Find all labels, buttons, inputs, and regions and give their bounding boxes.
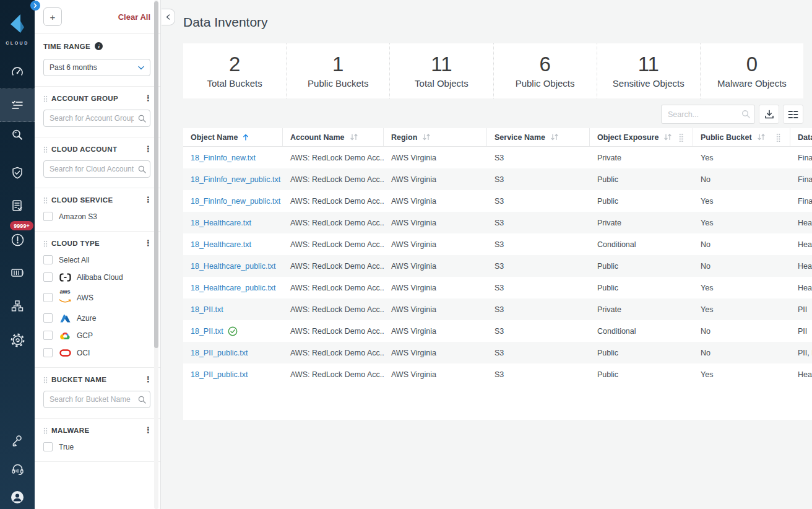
section-menu-button[interactable]: ⋮ xyxy=(144,146,150,152)
public-bucket-cell: No xyxy=(701,240,710,249)
object-name-link[interactable]: 18_PII_public.txt xyxy=(191,349,248,357)
drag-handle-icon[interactable] xyxy=(43,146,48,153)
drag-handle-icon[interactable] xyxy=(43,427,48,434)
filter-panel: + Clear All TIME RANGE i Past 6 months A… xyxy=(35,0,161,509)
object-name-link[interactable]: 18_FinInfo_new.txt xyxy=(191,154,256,162)
sort-ascending-icon[interactable] xyxy=(243,134,249,141)
checkbox[interactable] xyxy=(43,293,53,302)
dashboard-gauge-icon xyxy=(11,66,24,79)
object-name-link[interactable]: 18_Healthcare.txt xyxy=(191,240,251,249)
column-drag-handle-icon[interactable] xyxy=(776,133,781,142)
clear-all-filters-button[interactable]: Clear All xyxy=(118,12,150,22)
column-header-data-profile[interactable]: Data Profile xyxy=(790,128,812,146)
column-header-service-name[interactable]: Service Name xyxy=(487,128,590,146)
column-header-region[interactable]: Region xyxy=(384,128,487,146)
filter-scrollbar-thumb[interactable] xyxy=(154,1,158,348)
sort-icon[interactable] xyxy=(550,134,559,141)
section-menu-button[interactable]: ⋮ xyxy=(144,376,150,383)
object-name-link[interactable]: 18_Healthcare_public.txt xyxy=(191,284,276,292)
sidebar-item-settings[interactable] xyxy=(0,326,35,354)
drag-handle-icon[interactable] xyxy=(43,376,48,383)
data-profile-cell: Financ xyxy=(798,197,812,206)
stat-value: 11 xyxy=(638,53,659,76)
checkbox[interactable] xyxy=(43,212,53,221)
column-header-object-name[interactable]: Object Name xyxy=(183,128,283,146)
cloud-account-search-input[interactable] xyxy=(43,160,150,178)
sidebar-item-access-keys[interactable] xyxy=(0,427,35,455)
chevron-left-icon xyxy=(166,14,170,20)
sidebar-item-profile[interactable] xyxy=(0,484,35,509)
checkbox-option-aws[interactable]: awsAWS xyxy=(43,290,150,305)
container-icon xyxy=(10,266,25,279)
network-topology-icon xyxy=(11,299,24,313)
stat-malware-objects[interactable]: 0Malware Objects xyxy=(700,43,803,98)
section-menu-button[interactable]: ⋮ xyxy=(144,427,150,433)
checkbox-option-select-all[interactable]: Select All xyxy=(43,255,150,264)
checkbox[interactable] xyxy=(43,348,53,357)
object-name-link[interactable]: 18_PII.txt xyxy=(191,305,223,314)
column-header-account-name[interactable]: Account Name xyxy=(283,128,384,146)
object-name-link[interactable]: 18_Healthcare.txt xyxy=(191,219,251,227)
object-name-link[interactable]: 18_PII.txt xyxy=(191,327,223,336)
checkbox[interactable] xyxy=(43,442,53,451)
section-menu-button[interactable]: ⋮ xyxy=(144,240,150,246)
stat-public-objects[interactable]: 6Public Objects xyxy=(493,43,597,98)
checkbox[interactable] xyxy=(43,255,53,264)
section-menu-button[interactable]: ⋮ xyxy=(144,197,150,203)
drag-handle-icon[interactable] xyxy=(43,197,48,204)
download-button[interactable] xyxy=(759,105,779,124)
data-profile-cell: Health xyxy=(798,284,812,292)
checkbox-option-true[interactable]: True xyxy=(43,442,150,451)
sort-icon[interactable] xyxy=(757,134,766,141)
sidebar-expand-toggle[interactable] xyxy=(30,1,40,11)
column-header-object-exposure[interactable]: Object Exposure xyxy=(590,128,693,146)
drag-handle-icon[interactable] xyxy=(43,95,48,102)
sidebar-item-support[interactable] xyxy=(0,456,35,483)
checkbox-option-amazon-s3[interactable]: Amazon S3 xyxy=(43,212,150,221)
checkbox-option-alibaba-cloud[interactable]: Alibaba Cloud xyxy=(43,272,150,282)
prisma-cloud-logo[interactable]: CLOUD xyxy=(0,14,35,45)
checkbox-option-gcp[interactable]: GCP xyxy=(43,331,150,340)
sidebar-item-search[interactable] xyxy=(0,121,35,149)
sort-icon[interactable] xyxy=(350,134,358,141)
checkbox[interactable] xyxy=(43,331,53,340)
stat-total-buckets[interactable]: 2Total Buckets xyxy=(183,43,286,98)
checkbox-label: AWS xyxy=(77,294,93,302)
object-name-link[interactable]: 18_FinInfo_new_public.txt xyxy=(191,197,280,206)
checkbox[interactable] xyxy=(43,272,53,282)
object-name-link[interactable]: 18_Healthcare_public.txt xyxy=(191,262,276,271)
service-name-cell: S3 xyxy=(495,327,504,336)
drag-handle-icon[interactable] xyxy=(43,240,48,247)
stat-total-objects[interactable]: 11Total Objects xyxy=(389,43,493,98)
sidebar-item-reports[interactable] xyxy=(0,192,35,219)
checkbox-option-oci[interactable]: OCI xyxy=(43,348,150,357)
account-name-cell: AWS: RedLock Demo Acc... xyxy=(290,240,384,249)
account-group-search-input[interactable] xyxy=(43,110,150,127)
sidebar-item-network[interactable] xyxy=(0,292,35,320)
summary-stats-card: 2Total Buckets1Public Buckets11Total Obj… xyxy=(183,43,803,98)
object-name-link[interactable]: 18_PII_public.txt xyxy=(191,370,248,379)
stat-sensitive-objects[interactable]: 11Sensitive Objects xyxy=(597,43,700,98)
add-filter-button[interactable]: + xyxy=(43,7,62,26)
sort-icon[interactable] xyxy=(422,134,431,141)
collapse-filters-button[interactable] xyxy=(162,9,175,25)
checkbox[interactable] xyxy=(43,313,53,323)
object-name-link[interactable]: 18_FinInfo_new_public.txt xyxy=(191,175,280,184)
sidebar-item-compliance[interactable] xyxy=(0,159,35,186)
sidebar-item-dashboard[interactable] xyxy=(0,59,35,86)
checkbox-option-azure[interactable]: Azure xyxy=(43,313,150,323)
info-icon[interactable]: i xyxy=(95,42,103,50)
sort-icon[interactable] xyxy=(663,134,672,141)
stat-public-buckets[interactable]: 1Public Buckets xyxy=(286,43,389,98)
sidebar-item-inventory[interactable] xyxy=(0,92,35,119)
section-menu-button[interactable]: ⋮ xyxy=(144,95,150,102)
table-header-row: Object NameAccount NameRegionService Nam… xyxy=(183,128,812,147)
sidebar-item-compute[interactable] xyxy=(0,259,35,286)
account-name-cell: AWS: RedLock Demo Acc... xyxy=(290,262,384,271)
column-drag-handle-icon[interactable] xyxy=(679,133,684,142)
bucket-name-search-input[interactable] xyxy=(43,391,150,408)
column-header-public-bucket[interactable]: Public Bucket xyxy=(693,128,790,146)
table-row: 18_PII_public.txtAWS: RedLock Demo Acc..… xyxy=(183,363,812,385)
time-range-select[interactable]: Past 6 months xyxy=(43,59,150,76)
column-settings-button[interactable] xyxy=(783,105,803,124)
